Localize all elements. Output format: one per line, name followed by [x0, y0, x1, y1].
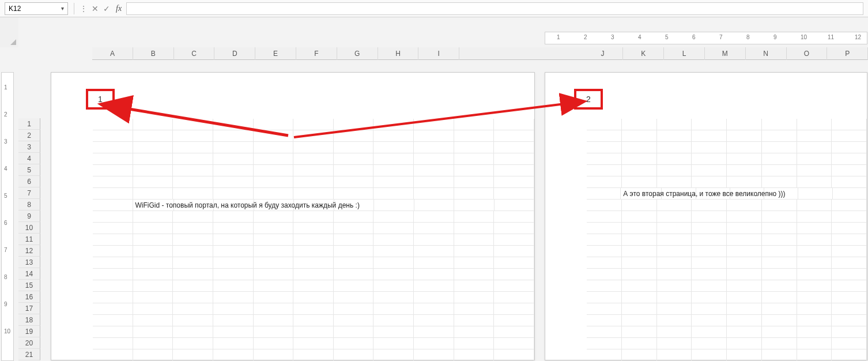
cell[interactable] [762, 176, 797, 188]
cell[interactable] [494, 280, 534, 292]
grid-page-2[interactable]: А это вторая страница, и тоже все велико… [587, 119, 867, 360]
cell[interactable] [213, 153, 254, 165]
cell[interactable] [293, 165, 334, 176]
cell[interactable] [454, 234, 495, 246]
cell[interactable] [93, 119, 133, 130]
cell[interactable] [587, 165, 622, 176]
cell[interactable] [173, 338, 213, 349]
cell[interactable] [454, 257, 495, 269]
cell[interactable] [373, 349, 414, 361]
cell[interactable] [587, 280, 622, 292]
cell[interactable] [213, 315, 254, 326]
cell[interactable] [797, 246, 832, 257]
chevron-down-icon[interactable]: ▾ [61, 5, 64, 12]
cell[interactable] [414, 153, 454, 165]
cell[interactable] [293, 303, 334, 315]
cell[interactable] [133, 165, 173, 176]
cell[interactable] [762, 326, 797, 338]
column-header-L[interactable]: L [664, 47, 705, 60]
cell[interactable] [727, 257, 762, 269]
cell[interactable] [692, 246, 727, 257]
cell[interactable] [727, 176, 762, 188]
cell[interactable] [254, 315, 294, 326]
cell[interactable] [727, 315, 762, 326]
cell[interactable] [454, 292, 495, 303]
cell[interactable] [454, 280, 495, 292]
cell[interactable] [334, 130, 374, 142]
cell[interactable] [293, 153, 334, 165]
cell[interactable] [254, 176, 294, 188]
cell[interactable] [373, 257, 414, 269]
cell[interactable] [254, 119, 294, 130]
cell[interactable] [454, 303, 495, 315]
cell[interactable] [832, 349, 867, 361]
cell[interactable] [414, 338, 454, 349]
cell[interactable] [832, 292, 867, 303]
cell[interactable] [173, 119, 213, 130]
cell[interactable] [797, 142, 832, 153]
cell[interactable] [213, 303, 254, 315]
cell[interactable] [93, 153, 133, 165]
cell[interactable] [133, 338, 173, 349]
cell[interactable] [494, 326, 534, 338]
row-header-17[interactable]: 17 [18, 303, 40, 314]
cell[interactable] [334, 338, 374, 349]
cell[interactable] [692, 303, 727, 315]
row-header-2[interactable]: 2 [18, 130, 40, 141]
row-header-20[interactable]: 20 [18, 337, 40, 349]
cell[interactable] [762, 153, 797, 165]
row-header-6[interactable]: 6 [18, 176, 40, 187]
cell[interactable] [622, 200, 657, 211]
cell[interactable] [762, 338, 797, 349]
cell[interactable] [334, 119, 374, 130]
cell[interactable] [832, 280, 867, 292]
cell[interactable] [622, 269, 657, 280]
cell[interactable] [93, 257, 133, 269]
cell[interactable] [93, 269, 133, 280]
cell[interactable] [797, 280, 832, 292]
cell[interactable] [254, 223, 294, 234]
cell[interactable] [762, 315, 797, 326]
cell[interactable] [622, 303, 657, 315]
cell[interactable] [798, 188, 832, 200]
cell[interactable] [373, 211, 414, 223]
cell[interactable] [622, 280, 657, 292]
cell[interactable] [762, 234, 797, 246]
cell[interactable] [414, 211, 454, 223]
cell[interactable] [727, 211, 762, 223]
cell[interactable] [93, 130, 133, 142]
cell[interactable] [494, 292, 534, 303]
cell[interactable] [622, 326, 657, 338]
cell[interactable] [587, 269, 622, 280]
cell[interactable] [334, 234, 374, 246]
cell[interactable] [762, 292, 797, 303]
row-header-8[interactable]: 8 [18, 199, 40, 210]
cell[interactable] [494, 142, 534, 153]
cell[interactable] [657, 292, 692, 303]
column-header-F[interactable]: F [296, 47, 337, 60]
cell[interactable] [657, 326, 692, 338]
cell[interactable]: А это вторая страница, и тоже все велико… [621, 188, 662, 200]
cell[interactable] [373, 315, 414, 326]
cell[interactable] [334, 292, 374, 303]
cell[interactable] [133, 349, 173, 361]
cell[interactable] [832, 211, 867, 223]
cell[interactable] [93, 303, 133, 315]
cell[interactable] [797, 315, 832, 326]
cell[interactable] [727, 153, 762, 165]
cell[interactable] [373, 338, 414, 349]
cell[interactable] [254, 280, 294, 292]
cell[interactable] [727, 326, 762, 338]
cell[interactable] [622, 315, 657, 326]
cell[interactable] [832, 223, 867, 234]
cell[interactable] [832, 303, 867, 315]
cell[interactable] [657, 338, 692, 349]
cell[interactable] [762, 223, 797, 234]
cell[interactable] [622, 211, 657, 223]
cell[interactable] [93, 165, 133, 176]
cell[interactable] [797, 165, 832, 176]
cell[interactable] [133, 326, 173, 338]
cell[interactable] [293, 211, 334, 223]
cell[interactable] [587, 211, 622, 223]
cell[interactable] [334, 223, 374, 234]
